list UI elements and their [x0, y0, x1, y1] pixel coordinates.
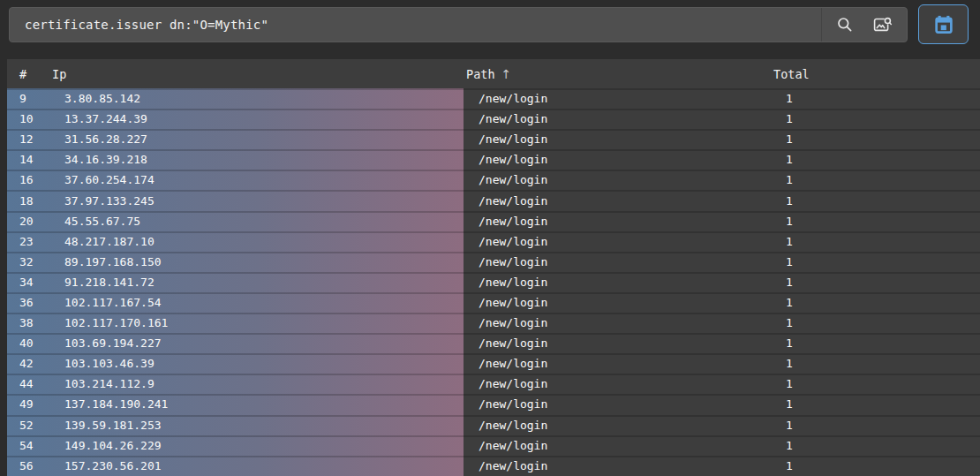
row-path-cell: /new/login [464, 252, 786, 272]
row-total-cell: 1 [786, 292, 980, 313]
row-path-cell: /new/login [464, 272, 786, 292]
row-index-cell: 10 [19, 112, 64, 125]
row-index-cell: 42 [19, 357, 64, 370]
table-row[interactable]: 44 103.214.112.9 /new/login 1 [7, 374, 980, 394]
table-body: 9 3.80.85.142 /new/login 1 10 13.37.244.… [7, 88, 980, 476]
table-row[interactable]: 9 3.80.85.142 /new/login 1 [7, 88, 980, 109]
table-row[interactable]: 56 157.230.56.201 /new/login 1 [7, 456, 980, 476]
table-row[interactable]: 36 102.117.167.54 /new/login 1 [7, 292, 980, 313]
row-path-cell: /new/login [464, 149, 786, 170]
sort-ascending-icon: ↑ [501, 67, 512, 81]
row-index-cell: 54 [19, 439, 64, 452]
row-total-cell: 1 [786, 149, 980, 170]
results-table: # Ip Path ↑ Total 9 3.80.85.142 /new/log… [7, 59, 980, 476]
table-row[interactable]: 54 149.104.26.229 /new/login 1 [7, 435, 980, 456]
row-highlight-strip: 23 48.217.187.10 [7, 231, 464, 252]
row-ip-cell: 149.104.26.229 [64, 439, 464, 452]
table-header-row: # Ip Path ↑ Total [7, 59, 980, 88]
row-total-cell: 1 [786, 394, 980, 414]
row-total-cell: 1 [786, 88, 980, 109]
row-highlight-strip: 18 37.97.133.245 [7, 190, 464, 210]
row-highlight-strip: 44 103.214.112.9 [7, 374, 464, 394]
row-ip-cell: 31.56.28.227 [64, 132, 464, 146]
image-search-icon [873, 16, 893, 34]
row-ip-cell: 89.197.168.150 [64, 255, 464, 268]
row-highlight-strip: 54 149.104.26.229 [7, 435, 464, 456]
table-row[interactable]: 16 37.60.254.174 /new/login 1 [7, 170, 980, 190]
search-query-input[interactable] [10, 8, 821, 42]
column-header-total[interactable]: Total [773, 67, 980, 81]
row-highlight-strip: 14 34.16.39.218 [7, 149, 464, 170]
row-path-cell: /new/login [464, 374, 786, 394]
row-path-cell: /new/login [464, 109, 786, 129]
row-ip-cell: 103.103.46.39 [64, 357, 464, 370]
row-highlight-strip: 32 89.197.168.150 [7, 252, 464, 272]
table-row[interactable]: 34 91.218.141.72 /new/login 1 [7, 272, 980, 292]
row-index-cell: 18 [19, 194, 64, 208]
magnifier-icon [836, 16, 854, 34]
table-row[interactable]: 12 31.56.28.227 /new/login 1 [7, 129, 980, 149]
table-row[interactable]: 10 13.37.244.39 /new/login 1 [7, 109, 980, 129]
row-highlight-strip: 42 103.103.46.39 [7, 353, 464, 374]
table-row[interactable]: 38 102.117.170.161 /new/login 1 [7, 313, 980, 333]
row-index-cell: 12 [19, 132, 64, 146]
row-index-cell: 44 [19, 377, 64, 390]
row-path-cell: /new/login [464, 313, 786, 333]
row-ip-cell: 139.59.181.253 [64, 419, 464, 432]
row-total-cell: 1 [786, 353, 980, 374]
row-ip-cell: 37.97.133.245 [64, 194, 464, 208]
search-button[interactable] [836, 16, 854, 34]
row-total-cell: 1 [786, 109, 980, 129]
row-ip-cell: 34.16.39.218 [64, 153, 464, 166]
row-path-cell: /new/login [464, 415, 786, 435]
table-row[interactable]: 18 37.97.133.245 /new/login 1 [7, 190, 980, 210]
row-highlight-strip: 20 45.55.67.75 [7, 211, 464, 231]
row-path-cell: /new/login [464, 231, 786, 252]
row-path-cell: /new/login [464, 394, 786, 414]
row-path-cell: /new/login [464, 435, 786, 456]
row-total-cell: 1 [786, 272, 980, 292]
row-path-cell: /new/login [464, 456, 786, 476]
table-row[interactable]: 23 48.217.187.10 /new/login 1 [7, 231, 980, 252]
row-total-cell: 1 [786, 456, 980, 476]
row-highlight-strip: 10 13.37.244.39 [7, 109, 464, 129]
row-total-cell: 1 [786, 190, 980, 210]
row-highlight-strip: 12 31.56.28.227 [7, 129, 464, 149]
row-total-cell: 1 [786, 170, 980, 190]
row-path-cell: /new/login [464, 129, 786, 149]
row-total-cell: 1 [786, 252, 980, 272]
table-row[interactable]: 52 139.59.181.253 /new/login 1 [7, 415, 980, 435]
row-ip-cell: 45.55.67.75 [64, 215, 464, 228]
column-header-ip[interactable]: Ip [52, 67, 451, 81]
row-total-cell: 1 [786, 231, 980, 252]
row-index-cell: 14 [19, 153, 64, 166]
row-path-cell: /new/login [464, 88, 786, 109]
table-row[interactable]: 32 89.197.168.150 /new/login 1 [7, 252, 980, 272]
row-path-cell: /new/login [464, 211, 786, 231]
search-bar [9, 7, 908, 42]
row-path-cell: /new/login [464, 292, 786, 313]
top-toolbar [0, 0, 980, 59]
column-header-path[interactable]: Path ↑ [451, 67, 773, 81]
calendar-button[interactable] [918, 4, 969, 44]
column-header-index[interactable]: # [7, 67, 52, 81]
row-index-cell: 49 [19, 397, 64, 411]
row-ip-cell: 48.217.187.10 [64, 235, 464, 248]
row-index-cell: 36 [19, 296, 64, 309]
table-row[interactable]: 20 45.55.67.75 /new/login 1 [7, 211, 980, 231]
image-search-button[interactable] [873, 16, 893, 34]
row-highlight-strip: 52 139.59.181.253 [7, 415, 464, 435]
table-row[interactable]: 40 103.69.194.227 /new/login 1 [7, 333, 980, 353]
table-row[interactable]: 14 34.16.39.218 /new/login 1 [7, 149, 980, 170]
row-total-cell: 1 [786, 313, 980, 333]
row-index-cell: 9 [19, 92, 64, 105]
row-total-cell: 1 [786, 333, 980, 353]
column-header-path-label: Path [466, 67, 495, 81]
table-row[interactable]: 42 103.103.46.39 /new/login 1 [7, 353, 980, 374]
table-row[interactable]: 49 137.184.190.241 /new/login 1 [7, 394, 980, 414]
results-table-area: # Ip Path ↑ Total 9 3.80.85.142 /new/log… [0, 59, 980, 476]
row-total-cell: 1 [786, 415, 980, 435]
row-ip-cell: 103.69.194.227 [64, 336, 464, 350]
row-highlight-strip: 56 157.230.56.201 [7, 456, 464, 476]
row-total-cell: 1 [786, 374, 980, 394]
